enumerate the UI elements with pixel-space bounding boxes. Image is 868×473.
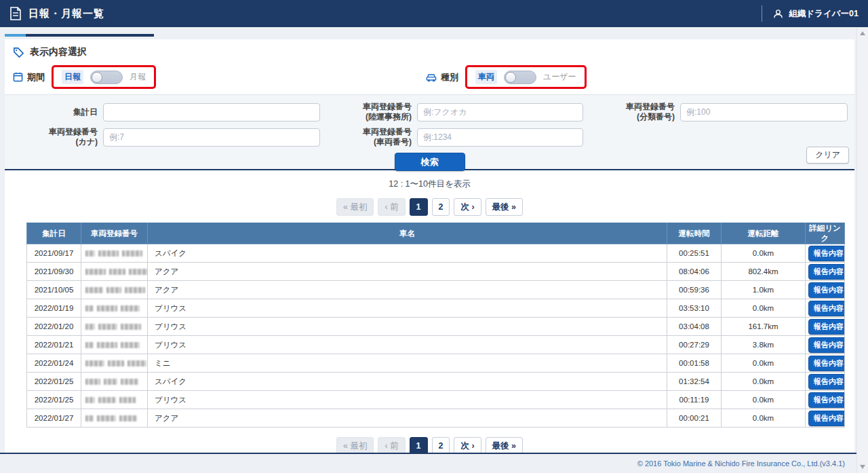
aggregate-date-label: 集計日: [12, 107, 103, 117]
report-link-button[interactable]: 報告内容: [808, 282, 845, 298]
table-row: 2022/01/27 アクア 00:00:21 0.0km 報告内容: [27, 409, 845, 428]
redacted-plate-segment: [85, 360, 104, 366]
calendar-icon: [13, 72, 23, 82]
plate-number-label: 車両登録番号(車両番号): [326, 127, 417, 147]
redacted-plate-segment: [98, 324, 117, 330]
cell-distance: 0.0km: [722, 391, 806, 409]
pager-prev-button[interactable]: ‹ 前: [378, 198, 405, 216]
cell-date: 2021/09/17: [27, 244, 81, 263]
cell-distance: 3.8km: [722, 336, 806, 354]
table-row: 2022/01/21 プリウス 00:27:29 3.8km 報告内容: [27, 336, 845, 354]
cell-link: 報告内容: [806, 318, 845, 336]
result-count-top: 12 : 1〜10件目を表示: [5, 178, 854, 190]
cell-car: プリウス: [148, 299, 667, 318]
redacted-plate-segment: [85, 305, 94, 311]
type-filter-label: 種別: [426, 71, 458, 83]
period-toggle-group: 日報 月報: [52, 65, 156, 89]
cell-car: アクア: [148, 409, 667, 428]
period-filter-label: 期間: [13, 71, 45, 83]
plate-number-input[interactable]: [417, 128, 583, 147]
plate-office-label: 車両登録番号(陸運事務所): [326, 102, 417, 122]
table-row: 2021/10/05 アクア 00:59:36 1.0km 報告内容: [27, 281, 845, 299]
field-plate-office: 車両登録番号(陸運事務所): [326, 102, 583, 122]
type-off-label: ユーザー: [543, 71, 576, 83]
type-toggle-knob: [505, 72, 516, 83]
redacted-plate-segment: [125, 287, 145, 293]
plate-kana-input[interactable]: [103, 128, 320, 147]
cell-distance: 0.0km: [722, 373, 806, 391]
period-off-label: 月報: [130, 71, 146, 83]
cell-distance: 161.7km: [722, 318, 806, 336]
redacted-plate-segment: [119, 415, 137, 421]
cell-time: 03:04:08: [667, 318, 722, 336]
pager-next-button[interactable]: 次 ›: [454, 198, 481, 216]
redacted-plate-segment: [119, 397, 136, 403]
cell-link: 報告内容: [806, 244, 845, 263]
scroll-up-arrow-icon[interactable]: [860, 31, 865, 35]
table-row: 2022/01/25 プリウス 00:11:19 0.0km 報告内容: [27, 391, 845, 409]
redacted-plate-segment: [97, 305, 117, 311]
scrollbar[interactable]: [856, 27, 868, 473]
cell-time: 00:25:51: [667, 244, 722, 263]
table-row: 2022/01/24 ミニ 00:01:58 0.0km 報告内容: [27, 354, 845, 373]
tab-indicator-bar: [26, 34, 154, 37]
cell-time: 03:53:10: [667, 299, 722, 318]
table-row: 2022/01/19 プリウス 03:53:10 0.0km 報告内容: [27, 299, 845, 318]
cell-link: 報告内容: [806, 373, 845, 391]
pager-page-1-button[interactable]: 1: [410, 198, 428, 216]
content-card: 表示内容選択 期間 日報 月報 種別 車両 ユーザー: [5, 39, 854, 453]
app-header: 日報・月報一覧 組織ドライバー01: [0, 0, 868, 27]
cell-plate: [81, 281, 148, 299]
redacted-plate-segment: [121, 379, 138, 385]
report-link-button[interactable]: 報告内容: [808, 392, 845, 408]
report-link-button[interactable]: 報告内容: [808, 264, 845, 280]
report-link-button[interactable]: 報告内容: [808, 319, 845, 335]
period-toggle[interactable]: [90, 71, 123, 84]
cell-car: プリウス: [148, 336, 667, 354]
plate-kana-label: 車両登録番号(カナ): [12, 127, 103, 147]
redacted-plate-segment: [127, 360, 146, 366]
pager-top: « 最初 ‹ 前 1 2 次 › 最後 »: [5, 198, 854, 216]
cell-plate: [81, 318, 148, 336]
section-title: 表示内容選択: [30, 46, 87, 58]
cell-date: 2022/01/27: [27, 409, 81, 428]
pager-first-button[interactable]: « 最初: [336, 198, 374, 216]
car-icon: [426, 73, 437, 82]
col-header-time: 運転時間: [667, 223, 722, 244]
redacted-plate-segment: [109, 269, 125, 275]
type-toggle-group: 車両 ユーザー: [465, 65, 587, 89]
cell-distance: 0.0km: [722, 299, 806, 318]
field-plate-class: 車両登録番号(分類番号): [589, 102, 848, 122]
type-label-text: 種別: [441, 71, 458, 83]
cell-plate: [81, 391, 148, 409]
cell-plate: [81, 409, 148, 428]
cell-link: 報告内容: [806, 281, 845, 299]
cell-date: 2022/01/19: [27, 299, 81, 318]
cell-car: プリウス: [148, 318, 667, 336]
clear-button[interactable]: クリア: [806, 147, 849, 164]
plate-class-label: 車両登録番号(分類番号): [589, 102, 680, 122]
report-link-button[interactable]: 報告内容: [808, 411, 845, 426]
report-link-button[interactable]: 報告内容: [808, 337, 845, 353]
plate-class-input[interactable]: [680, 103, 848, 121]
copyright-text: © 2016 Tokio Marine & Nichido Fire Insur…: [637, 459, 845, 468]
redacted-plate-segment: [85, 397, 95, 403]
type-toggle[interactable]: [504, 71, 536, 84]
user-menu[interactable]: 組織ドライバー01: [762, 5, 859, 22]
table-row: 2021/09/30 アクア 08:04:06 802.4km 報告内容: [27, 263, 845, 281]
report-link-button[interactable]: 報告内容: [808, 356, 845, 371]
plate-office-input[interactable]: [417, 103, 583, 121]
report-link-button[interactable]: 報告内容: [808, 374, 845, 390]
report-link-button[interactable]: 報告内容: [808, 246, 845, 261]
scroll-down-arrow-icon[interactable]: [860, 465, 865, 469]
report-link-button[interactable]: 報告内容: [808, 301, 845, 316]
search-button[interactable]: 検索: [395, 153, 465, 171]
aggregate-date-input[interactable]: [103, 103, 320, 121]
cell-plate: [81, 373, 148, 391]
redacted-plate-segment: [121, 324, 141, 330]
pager-last-button[interactable]: 最後 »: [486, 198, 523, 216]
pager-page-2-button[interactable]: 2: [432, 198, 450, 216]
cell-plate: [81, 354, 148, 373]
period-toggle-knob: [92, 72, 102, 83]
redacted-plate-segment: [98, 397, 116, 403]
